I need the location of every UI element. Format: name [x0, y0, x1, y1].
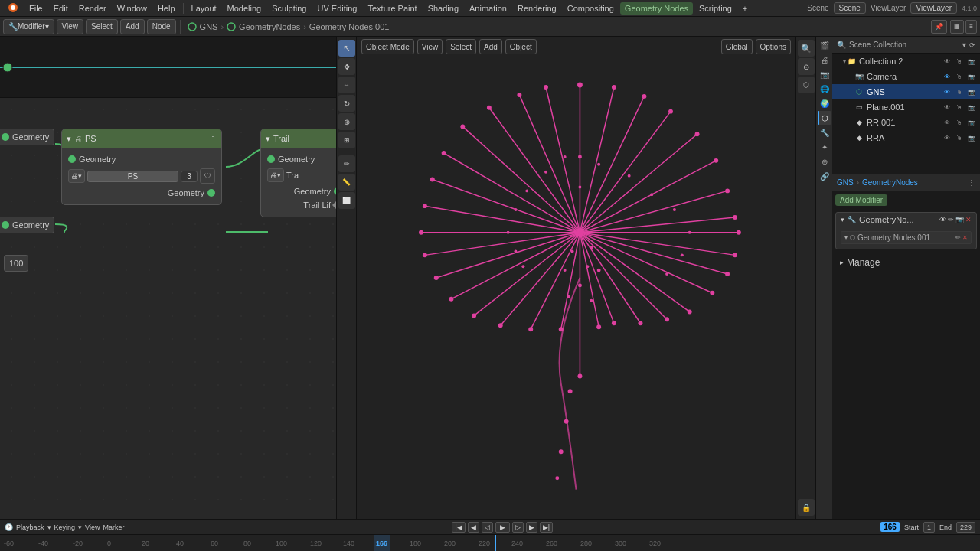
current-frame[interactable]: 166 — [880, 522, 900, 532]
physics-tab[interactable]: ⊕ — [818, 155, 831, 168]
viewport[interactable]: ↖ ✥ ↔ ↻ ⊕ ⊞ ✏ 📏 ⬜ Object Mode View Selec… — [337, 37, 815, 519]
marker-label[interactable]: Marker — [103, 523, 124, 531]
end-frame-input[interactable]: 229 — [956, 522, 975, 533]
camera-render[interactable]: 📷 — [966, 71, 977, 82]
camera-sel[interactable]: 🖱 — [954, 71, 965, 82]
transform-orient-btn[interactable]: Global — [721, 39, 753, 54]
plane-render[interactable]: 📷 — [966, 102, 977, 112]
ps-shield-btn[interactable]: 🛡 — [200, 168, 215, 184]
node-editor[interactable]: Sparks Geometry — [0, 37, 337, 519]
viewport-view-btn[interactable]: View — [417, 39, 443, 54]
tab-animation[interactable]: Animation — [465, 2, 511, 15]
gns-vis[interactable]: 👁 — [942, 86, 952, 97]
mod-sub-header[interactable]: ▾ ⬡ Geometry Nodes.001 ✏ ✕ — [841, 232, 971, 243]
particles-tab[interactable]: ✦ — [818, 140, 831, 154]
outliner-filter[interactable]: ▼ — [961, 41, 968, 49]
camera-vis[interactable]: 👁 — [942, 71, 952, 82]
render-menu[interactable]: Render — [74, 2, 111, 15]
node-menu[interactable]: Node — [147, 19, 176, 34]
rotate-tool[interactable]: ↻ — [338, 95, 355, 112]
tab-add[interactable]: + — [738, 2, 752, 15]
col2-render[interactable]: 📷 — [966, 56, 977, 67]
modifier-entry-header[interactable]: ▾ 🔧 GeometryNo... 👁 ✏ 📷 ✕ — [836, 213, 976, 227]
help-menu[interactable]: Help — [153, 2, 180, 15]
move-tool[interactable]: ↔ — [338, 77, 355, 93]
start-frame-input[interactable]: 1 — [923, 522, 935, 533]
edit-menu[interactable]: Edit — [49, 2, 73, 15]
props-options[interactable]: ⋮ — [968, 178, 975, 187]
jump-start-btn[interactable]: |◀ — [452, 522, 465, 533]
viewport-select-btn[interactable]: Select — [446, 39, 476, 54]
scale-tool[interactable]: ⊕ — [338, 113, 355, 130]
breadcrumb-gns[interactable]: GNS — [200, 22, 218, 31]
trail-node-collapse[interactable]: ▾ — [266, 134, 270, 144]
tab-layout[interactable]: Layout — [187, 2, 221, 15]
rra-render[interactable]: 📷 — [966, 132, 977, 143]
ps-name-input[interactable]: PS — [87, 171, 178, 182]
local-view-tool[interactable]: ⬡ — [798, 77, 815, 93]
camera-item[interactable]: 📷 Camera 👁 🖱 📷 — [832, 69, 980, 84]
select-tool[interactable]: ↖ — [338, 40, 355, 57]
sub-edit-btn[interactable]: ✏ — [956, 234, 961, 241]
prev-keyframe-btn[interactable]: ◁ — [482, 522, 493, 533]
window-menu[interactable]: Window — [113, 2, 152, 15]
gns-sel[interactable]: 🖱 — [954, 86, 965, 97]
rr001-item[interactable]: ◆ RR.001 👁 🖱 📷 — [832, 115, 980, 130]
viewport-object-btn[interactable]: Object — [505, 39, 537, 54]
lock-camera-tool[interactable]: 🔒 — [798, 499, 815, 516]
tab-texture-paint[interactable]: Texture Paint — [363, 2, 421, 15]
tab-compositing[interactable]: Compositing — [563, 2, 619, 15]
modifier-dropdown[interactable]: 🔧 Modifier ▾ — [3, 19, 54, 34]
outliner-sort[interactable]: ⟳ — [969, 41, 975, 49]
object-mode-btn[interactable]: Object Mode — [361, 39, 414, 54]
plane-item[interactable]: ▭ Plane.001 👁 🖱 📷 — [832, 99, 980, 115]
cursor-tool[interactable]: ✥ — [338, 58, 355, 75]
blender-menu[interactable] — [3, 1, 23, 16]
view-label[interactable]: View — [85, 523, 100, 531]
trail-node-menu[interactable]: ⋮ — [335, 135, 336, 143]
scene-tab[interactable]: 🌐 — [818, 82, 831, 96]
box-select-tool[interactable]: ⬜ — [338, 192, 355, 209]
tab-uv-editing[interactable]: UV Editing — [312, 2, 361, 15]
rr001-vis[interactable]: 👁 — [942, 117, 952, 128]
annotate-tool[interactable]: ✏ — [338, 155, 355, 172]
ps-node-collapse[interactable]: ▾ — [67, 134, 71, 144]
output-tab[interactable]: 🖨 — [818, 53, 831, 67]
col2-sel[interactable]: 🖱 — [954, 56, 965, 67]
options-btn[interactable]: Options — [756, 39, 791, 54]
tab-rendering[interactable]: Rendering — [513, 2, 561, 15]
next-frame-btn[interactable]: ▶ — [526, 522, 537, 533]
trail-icon-btn[interactable]: 🖨▾ — [267, 168, 284, 182]
ps-node-menu[interactable]: ⋮ — [209, 135, 217, 143]
tab-geometry-nodes[interactable]: Geometry Nodes — [620, 2, 693, 15]
breadcrumb-geometry-nodes[interactable]: GeometryNodes — [239, 22, 300, 31]
scene-selector[interactable]: Scene — [834, 2, 866, 14]
gns-render[interactable]: 📷 — [966, 86, 977, 97]
rra-sel[interactable]: 🖱 — [954, 132, 965, 143]
mod-edit-btn[interactable]: ✏ — [948, 216, 954, 223]
gns-item[interactable]: ⬡ GNS 👁 🖱 📷 — [832, 84, 980, 99]
playback-label[interactable]: Playback — [16, 523, 44, 531]
add-menu[interactable]: Add — [120, 19, 145, 34]
mod-close-btn[interactable]: ✕ — [965, 216, 972, 223]
transform-tool[interactable]: ⊞ — [338, 132, 355, 148]
constraints-tab[interactable]: 🔗 — [818, 169, 831, 183]
view-all-tool[interactable]: ⊙ — [798, 58, 815, 75]
file-menu[interactable]: File — [24, 2, 47, 15]
zoom-in-tool[interactable]: 🔍 — [798, 40, 815, 57]
props-gns-link[interactable]: GNS — [837, 178, 854, 187]
render-tab[interactable]: 🎬 — [818, 38, 831, 52]
view-layer-tab[interactable]: 📷 — [818, 67, 831, 81]
tab-modeling[interactable]: Modeling — [223, 2, 266, 15]
select-menu[interactable]: Select — [86, 19, 118, 34]
object-tab[interactable]: ⬡ — [818, 111, 831, 125]
pin-tool[interactable]: 📌 — [931, 20, 947, 34]
view-icon2[interactable]: ≡ — [965, 20, 977, 34]
viewport-add-btn[interactable]: Add — [479, 39, 502, 54]
sub-close-btn[interactable]: ✕ — [962, 234, 968, 241]
plane-sel[interactable]: 🖱 — [954, 102, 965, 112]
jump-end-btn[interactable]: ▶| — [540, 522, 553, 533]
world-tab[interactable]: 🌍 — [818, 96, 831, 110]
view-icon1[interactable]: ▦ — [950, 20, 964, 34]
view-layer-selector[interactable]: ViewLayer — [910, 2, 957, 14]
